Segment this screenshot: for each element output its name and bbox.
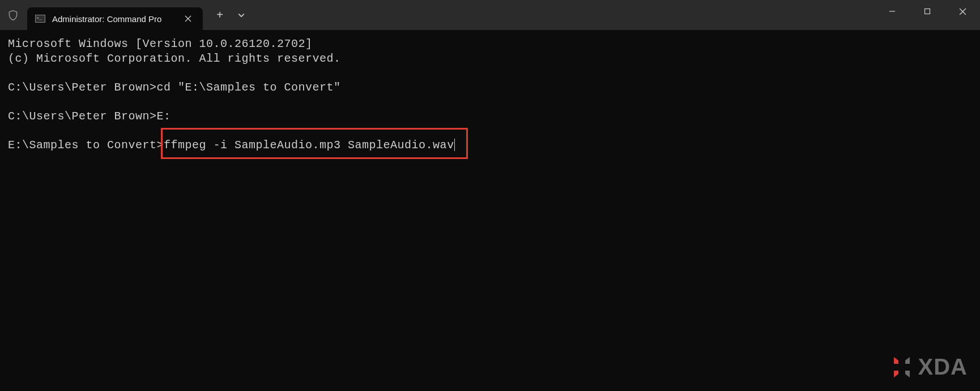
prompt: C:\Users\Peter Brown> bbox=[8, 110, 157, 123]
minimize-button[interactable] bbox=[875, 0, 910, 23]
xda-logo-icon bbox=[890, 355, 914, 380]
svg-rect-3 bbox=[925, 9, 930, 14]
maximize-button[interactable] bbox=[910, 0, 945, 23]
close-tab-button[interactable] bbox=[181, 12, 195, 25]
command-cd: cd "E:\Samples to Convert" bbox=[157, 81, 341, 94]
shield-icon bbox=[7, 8, 19, 22]
window-controls bbox=[875, 0, 980, 30]
prompt: C:\Users\Peter Brown> bbox=[8, 81, 157, 94]
cmd-icon bbox=[35, 15, 45, 23]
tab-title: Administrator: Command Pro bbox=[52, 14, 177, 24]
command-ffmpeg: ffmpeg -i SampleAudio.mp3 SampleAudio.wa… bbox=[164, 139, 454, 152]
watermark-text: XDA bbox=[918, 354, 968, 380]
text-cursor bbox=[454, 139, 455, 151]
terminal-output[interactable]: Microsoft Windows [Version 10.0.26120.27… bbox=[0, 30, 980, 159]
titlebar: Administrator: Command Pro + bbox=[0, 0, 980, 30]
new-tab-button[interactable]: + bbox=[208, 4, 231, 27]
copyright-line: (c) Microsoft Corporation. All rights re… bbox=[8, 52, 341, 65]
prompt: E:\Samples to Convert> bbox=[8, 139, 164, 152]
close-window-button[interactable] bbox=[945, 0, 980, 23]
version-line: Microsoft Windows [Version 10.0.26120.27… bbox=[8, 37, 313, 50]
watermark: XDA bbox=[890, 354, 968, 380]
active-tab[interactable]: Administrator: Command Pro bbox=[27, 7, 203, 30]
tab-dropdown-button[interactable] bbox=[231, 4, 252, 27]
command-drive: E: bbox=[157, 110, 171, 123]
